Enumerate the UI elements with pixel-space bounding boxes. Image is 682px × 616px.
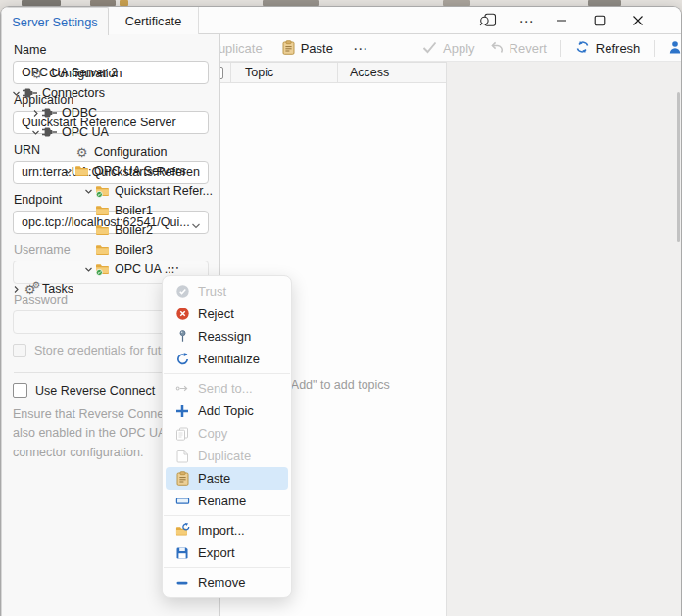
user-account-button[interactable] bbox=[668, 40, 682, 57]
endpoint-dropdown[interactable]: opc.tcp://localhost:62541/Qui... bbox=[13, 211, 209, 234]
send-to-icon bbox=[174, 381, 190, 397]
folder-trusted-icon bbox=[94, 262, 111, 277]
menu-item-paste[interactable]: Paste bbox=[166, 467, 288, 490]
reinitialize-icon bbox=[174, 352, 190, 367]
connector-plug-icon bbox=[22, 86, 38, 101]
menu-item-import[interactable]: Import... bbox=[166, 519, 288, 542]
apply-button[interactable]: Apply bbox=[422, 41, 475, 57]
folder-icon bbox=[94, 204, 111, 218]
topics-table-header: Topic Access bbox=[193, 63, 446, 83]
toolbar-more-button[interactable]: ⋯ bbox=[353, 44, 367, 54]
rename-icon bbox=[174, 494, 190, 509]
chevron-down-icon[interactable] bbox=[29, 126, 41, 138]
details-tabstrip: Server Settings Certificate bbox=[1, 7, 681, 34]
menu-item-export[interactable]: Export bbox=[166, 542, 288, 564]
apply-check-icon bbox=[422, 41, 437, 57]
menu-item-remove[interactable]: Remove bbox=[166, 571, 288, 593]
export-save-icon bbox=[174, 545, 190, 561]
apply-label: Apply bbox=[443, 41, 475, 56]
menu-item-rename[interactable]: Rename bbox=[166, 490, 288, 512]
gear-icon: ⚙ bbox=[76, 146, 88, 159]
use-reverse-connect-label: Use Reverse Connect bbox=[35, 384, 155, 398]
remove-minus-icon bbox=[174, 575, 190, 591]
chevron-down-icon[interactable] bbox=[82, 185, 94, 197]
chevron-down-icon bbox=[191, 219, 201, 233]
column-header-topic[interactable]: Topic bbox=[245, 66, 273, 79]
add-plus-icon bbox=[174, 403, 190, 419]
revert-undo-icon bbox=[489, 41, 504, 57]
username-label: Username bbox=[14, 243, 208, 257]
app-window: Dataristix@localhost ⋯ bbox=[0, 6, 682, 616]
paste-button[interactable]: Paste bbox=[282, 40, 333, 58]
import-icon bbox=[174, 523, 190, 539]
reject-x-icon bbox=[174, 307, 190, 322]
menu-item-copy[interactable]: Copy bbox=[166, 422, 288, 445]
menu-item-duplicate[interactable]: Duplicate bbox=[166, 445, 288, 467]
tab-server-settings[interactable]: Server Settings bbox=[1, 7, 109, 35]
refresh-label: Refresh bbox=[596, 41, 641, 56]
context-menu: Trust Reject Reassign Reinitiali bbox=[162, 275, 292, 598]
refresh-icon bbox=[575, 40, 590, 57]
gear-icon: ⚙ bbox=[31, 68, 43, 80]
paste-icon bbox=[282, 40, 295, 58]
tab-certificate[interactable]: Certificate bbox=[109, 7, 199, 34]
chevron-right-icon[interactable] bbox=[10, 283, 22, 295]
use-reverse-connect-checkbox[interactable] bbox=[13, 383, 27, 398]
menu-item-add-topic[interactable]: Add Topic bbox=[166, 400, 288, 422]
menu-item-reinitialize[interactable]: Reinitialize bbox=[166, 348, 288, 370]
details-scrollbar[interactable] bbox=[677, 92, 680, 242]
folder-icon bbox=[94, 243, 111, 258]
menu-separator bbox=[164, 373, 290, 374]
reassign-pin-icon bbox=[174, 329, 190, 345]
toolbar-separator bbox=[560, 40, 561, 57]
trust-check-icon bbox=[174, 284, 190, 300]
connector-plug-icon bbox=[41, 106, 58, 120]
tasks-gears-icon: ⚙ ⚙ bbox=[22, 282, 38, 297]
duplicate-icon bbox=[174, 449, 190, 464]
chevron-down-icon[interactable] bbox=[10, 87, 22, 99]
chevron-right-icon[interactable] bbox=[29, 107, 41, 118]
copy-icon bbox=[174, 426, 190, 442]
menu-item-reassign[interactable]: Reassign bbox=[166, 325, 288, 348]
refresh-button[interactable]: Refresh bbox=[575, 40, 641, 57]
ellipsis-icon: ⋯ bbox=[353, 44, 367, 54]
paste-label: Paste bbox=[301, 41, 333, 56]
folder-trusted-icon bbox=[94, 184, 111, 199]
column-header-access[interactable]: Access bbox=[350, 66, 389, 79]
menu-item-send-to[interactable]: Send to... bbox=[166, 377, 288, 400]
menu-separator bbox=[164, 567, 290, 568]
folder-icon bbox=[73, 165, 90, 179]
revert-label: Revert bbox=[510, 41, 547, 56]
paste-icon bbox=[174, 471, 190, 487]
revert-button[interactable]: Revert bbox=[489, 41, 547, 57]
name-label: Name bbox=[14, 43, 208, 57]
store-credentials-checkbox[interactable] bbox=[13, 344, 26, 357]
row-more-button[interactable]: ⋯ bbox=[167, 261, 180, 275]
chevron-down-icon[interactable] bbox=[82, 263, 94, 275]
menu-item-reject[interactable]: Reject bbox=[166, 303, 288, 325]
connector-plug-icon bbox=[41, 125, 58, 140]
folder-icon bbox=[94, 223, 111, 238]
user-icon bbox=[668, 40, 682, 57]
menu-separator bbox=[164, 515, 290, 516]
toolbar-separator bbox=[654, 40, 655, 57]
chevron-down-icon[interactable] bbox=[62, 166, 73, 177]
menu-item-trust[interactable]: Trust bbox=[166, 280, 288, 303]
